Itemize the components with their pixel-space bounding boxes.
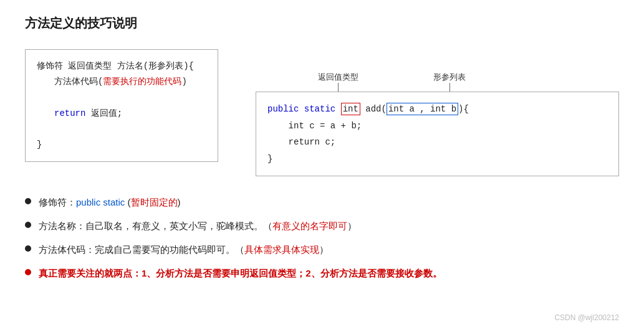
watermark: CSDN @wjl200212 bbox=[554, 313, 619, 322]
modifier-value: public static bbox=[76, 197, 125, 207]
bullet-text-1: 修饰符：public static (暂时固定的) bbox=[39, 195, 181, 210]
bullet-text-4-red: 真正需要关注的就两点：1、分析方法是否需要申明返回值类型；2、分析方法是否需要接… bbox=[39, 266, 442, 281]
left-code-line1: 修饰符 返回值类型 方法名(形参列表){ bbox=[37, 61, 194, 71]
return-keyword: return bbox=[54, 108, 85, 118]
right-code-line1: public static int add(int a , int b){ bbox=[267, 101, 607, 118]
modifier-note: 暂时固定的 bbox=[131, 197, 178, 207]
params-boxed: int a , int b bbox=[387, 103, 458, 115]
left-code-line3: return 返回值; bbox=[54, 106, 122, 121]
left-code-line2: 方法体代码(需要执行的功能代码) bbox=[54, 74, 187, 90]
annotation-params: 形参列表 bbox=[433, 72, 466, 92]
bullet-list: 修饰符：public static (暂时固定的) 方法名称：自己取名，有意义，… bbox=[25, 195, 619, 281]
right-code-line4: } bbox=[267, 151, 607, 168]
bullet-text-2: 方法名称：自己取名，有意义，英文小写，驼峰模式。（有意义的名字即可） bbox=[39, 219, 357, 234]
public-static-span: public static bbox=[267, 104, 341, 114]
left-code-line4: } bbox=[37, 140, 42, 149]
right-code-box: public static int add(int a , int b){ in… bbox=[256, 92, 619, 176]
bullet-dot-4-red bbox=[25, 269, 31, 275]
method-open-brace: ){ bbox=[458, 104, 469, 114]
return-type-boxed: int bbox=[341, 103, 360, 115]
bullet-item-body: 方法体代码：完成自己需要写的功能代码即可。（具体需求具体实现） bbox=[25, 242, 619, 257]
method-name-note: 有意义的名字即可 bbox=[272, 221, 347, 231]
method-name-span: add( bbox=[360, 104, 387, 114]
bullet-dot-3 bbox=[25, 245, 31, 252]
right-code-line2: int c = a + b; bbox=[267, 118, 607, 135]
bullet-text-3: 方法体代码：完成自己需要写的功能代码即可。（具体需求具体实现） bbox=[39, 242, 329, 257]
bullet-item-modifier: 修饰符：public static (暂时固定的) bbox=[25, 195, 619, 210]
left-code-box: 修饰符 返回值类型 方法名(形参列表){ 方法体代码(需要执行的功能代码) re… bbox=[25, 49, 218, 162]
bullet-item-name: 方法名称：自己取名，有意义，英文小写，驼峰模式。（有意义的名字即可） bbox=[25, 219, 619, 234]
right-section: 返回值类型 形参列表 public static int add(int a ,… bbox=[256, 49, 619, 176]
top-section: 修饰符 返回值类型 方法名(形参列表){ 方法体代码(需要执行的功能代码) re… bbox=[25, 49, 619, 176]
params-label: 形参列表 bbox=[433, 72, 466, 83]
right-code-line3: return c; bbox=[267, 134, 607, 151]
left-code-red-comment: 需要执行的功能代码 bbox=[103, 77, 181, 87]
bullet-item-important: 真正需要关注的就两点：1、分析方法是否需要申明返回值类型；2、分析方法是否需要接… bbox=[25, 266, 619, 281]
return-type-label: 返回值类型 bbox=[318, 72, 358, 83]
bullet-dot-2 bbox=[25, 222, 31, 228]
annotation-line-left bbox=[338, 83, 339, 92]
annotation-return-type: 返回值类型 bbox=[318, 72, 358, 92]
annotation-line-right bbox=[449, 83, 450, 92]
body-note: 具体需求具体实现 bbox=[244, 244, 319, 255]
page-title: 方法定义的技巧说明 bbox=[25, 15, 619, 32]
bullet-dot-1 bbox=[25, 198, 31, 204]
